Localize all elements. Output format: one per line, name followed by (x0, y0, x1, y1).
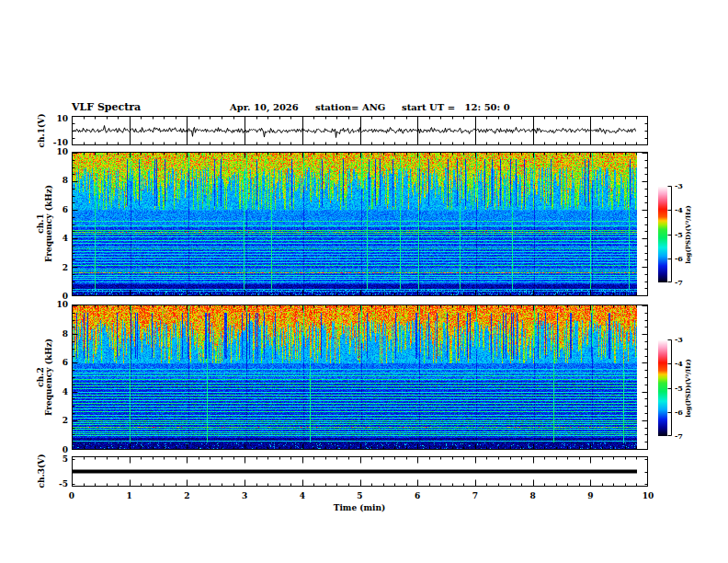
y-tick-label: 8 (44, 176, 68, 185)
y-tick-label: -7 (675, 278, 695, 287)
y-tick-label: -3 (675, 335, 695, 344)
y-tick-label: -10 (44, 138, 68, 147)
x-tick-label: 4 (291, 491, 313, 500)
y-tick-label: 10 (44, 114, 68, 123)
vlf-spectra-screen: VLF Spectra Apr. 10, 2026 station= ANG s… (0, 0, 728, 563)
ch1-spectrogram-panel (72, 152, 648, 296)
x-tick-label: 8 (522, 491, 544, 500)
x-tick-label: 2 (176, 491, 198, 500)
y-tick-label: -6 (675, 254, 695, 263)
x-tick-label: 9 (579, 491, 601, 500)
colorbar-ch1 (658, 184, 675, 285)
y-tick-label: 10 (44, 300, 68, 309)
y-tick-label: 2 (44, 263, 68, 272)
page-title: VLF Spectra (72, 101, 141, 113)
colorbar-ch2 (658, 338, 675, 439)
y-tick-label: 2 (44, 416, 68, 425)
y-tick-label: -5 (44, 479, 68, 488)
y-tick-label: -7 (675, 431, 695, 441)
y-tick-label: -6 (675, 408, 695, 417)
y-tick-label: 5 (44, 454, 68, 464)
x-axis-title: Time (min) (334, 503, 386, 512)
ch1-spectrogram-axis-title: ch.1 Frequency (kHz) (37, 185, 54, 262)
x-tick-label: 3 (233, 491, 256, 500)
ch2-spectrogram-axis-title-line2: Frequency (kHz) (45, 339, 53, 416)
header-date: Apr. 10, 2026 (230, 102, 299, 112)
ch2-spectrogram-axis-title: ch.2 Frequency (kHz) (37, 339, 54, 416)
x-tick-label: 6 (406, 491, 428, 500)
header-station: station= ANG (315, 102, 385, 112)
y-tick-label: 6 (44, 358, 68, 367)
y-tick-label: 4 (44, 387, 68, 396)
y-tick-label: 8 (44, 329, 68, 339)
ch2-spectrogram-panel (72, 304, 648, 450)
x-tick-label: 0 (61, 491, 83, 500)
y-tick-label: -3 (675, 181, 695, 190)
ch3-voltage-panel (72, 456, 648, 487)
y-tick-label: 10 (44, 147, 68, 156)
header-start-ut: start UT = 12: 50: 0 (402, 102, 510, 112)
x-tick-label: 10 (637, 491, 659, 500)
y-tick-label: -5 (675, 384, 695, 393)
y-tick-label: 4 (44, 234, 68, 243)
x-tick-label: 5 (349, 491, 371, 500)
y-tick-label: -4 (675, 205, 695, 214)
ch1-voltage-panel (72, 116, 648, 145)
y-tick-label: 6 (44, 205, 68, 214)
y-tick-label: -4 (675, 359, 695, 368)
y-tick-label: -5 (675, 230, 695, 239)
ch1-spectrogram-axis-title-line2: Frequency (kHz) (45, 185, 53, 262)
x-tick-label: 1 (119, 491, 141, 500)
x-tick-label: 7 (464, 491, 486, 500)
y-tick-label: 0 (44, 445, 68, 454)
